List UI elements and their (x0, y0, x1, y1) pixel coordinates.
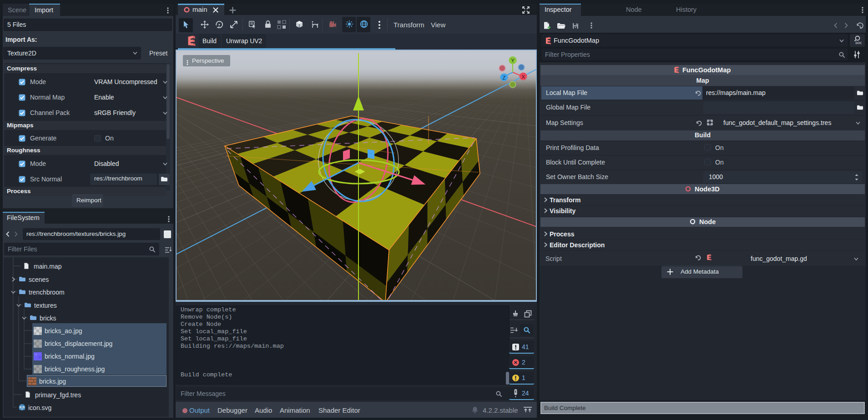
svg-text:X: X (521, 74, 525, 80)
svg-text:Z: Z (502, 75, 505, 80)
svg-text:Perspective: Perspective (192, 57, 224, 64)
svg-text:DOC: DOC (856, 41, 862, 45)
svg-text:Y: Y (511, 58, 515, 63)
